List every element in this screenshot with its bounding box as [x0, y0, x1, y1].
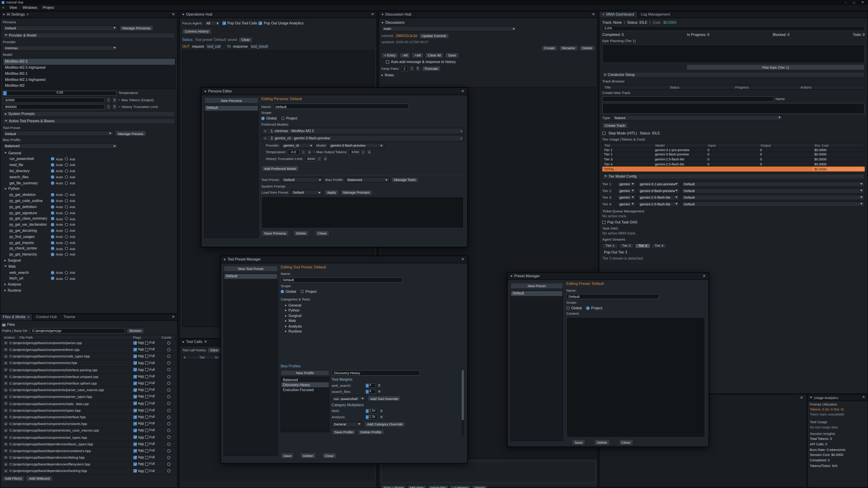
save-profile-button[interactable]: Save Profile — [332, 429, 356, 434]
remove-file-button[interactable]: x — [3, 442, 8, 447]
persona-list-item[interactable]: Default — [205, 106, 258, 111]
manage-tools-button[interactable]: Manage Tools — [391, 177, 418, 183]
close-dialog-button[interactable]: Close — [315, 230, 329, 236]
keep-pairs-input[interactable]: 2 — [401, 66, 408, 71]
reorder-handle[interactable]: ↑ — [263, 136, 268, 141]
tier-preset-select[interactable]: Default — [682, 195, 865, 200]
collapse-icon[interactable] — [3, 14, 5, 15]
add-category-override-button[interactable]: Add Category Override — [364, 421, 405, 427]
add-entry-button[interactable]: + Entry — [381, 53, 398, 58]
scope-project-radio[interactable] — [281, 117, 285, 121]
ask-radio[interactable] — [65, 241, 68, 245]
full-checkbox[interactable] — [145, 435, 148, 439]
agg-checkbox[interactable] — [133, 442, 137, 446]
tool-row[interactable]: web_search Auto Ask — [3, 269, 175, 275]
close-dialog-button[interactable]: Close — [619, 440, 633, 446]
agg-checkbox[interactable] — [133, 456, 137, 459]
new-profile-button[interactable]: New Profile — [281, 370, 330, 376]
increment-button[interactable]: + — [112, 97, 117, 103]
tool-row[interactable]: list_directory Auto Ask — [3, 168, 175, 174]
browse-button[interactable]: Browse — [127, 328, 144, 334]
full-checkbox[interactable] — [145, 375, 148, 379]
plus-all-button[interactable]: +All — [412, 53, 424, 58]
agg-checkbox[interactable] — [133, 416, 137, 419]
full-checkbox[interactable] — [145, 469, 148, 473]
panel-menu-icon[interactable]: ≡ — [26, 12, 29, 17]
agg-checkbox[interactable] — [133, 348, 137, 351]
cache-indicator[interactable] — [167, 375, 170, 379]
provider-model-section[interactable]: Provider & Model — [3, 33, 175, 38]
history-limit-input[interactable]: 900000 — [3, 104, 105, 109]
agg-checkbox[interactable] — [133, 375, 137, 379]
track-name-input[interactable] — [602, 96, 774, 102]
add-tool-override-button[interactable]: Add Tool Override — [368, 396, 401, 401]
pe-tool-preset-select[interactable]: Default — [281, 177, 323, 183]
message-input[interactable] — [381, 461, 596, 483]
full-checkbox[interactable] — [145, 463, 148, 466]
close-dialog-button[interactable]: Close — [322, 453, 336, 459]
remove-model-icon[interactable]: x — [461, 136, 462, 140]
tool-row[interactable]: py_get_signature Auto Ask — [3, 210, 175, 216]
category-tree-item[interactable]: Surgical — [285, 313, 464, 319]
ask-radio[interactable] — [65, 223, 68, 227]
new-tool-preset-button[interactable]: New Tool Preset — [223, 266, 278, 272]
auto-radio[interactable] — [51, 211, 54, 215]
remove-file-button[interactable]: x — [3, 388, 8, 392]
full-checkbox[interactable] — [145, 402, 148, 405]
remove-file-button[interactable]: x — [3, 341, 8, 345]
tier-preset-select[interactable]: Default — [682, 188, 865, 193]
weight-slider[interactable]: 4 — [365, 383, 375, 388]
agg-checkbox[interactable] — [133, 402, 137, 405]
cache-indicator[interactable] — [167, 361, 170, 365]
tool-row[interactable]: py_get_code_outline Auto Ask — [3, 198, 175, 204]
base-dir-input[interactable]: C:/projects/gencpp — [30, 328, 125, 334]
pop-out-dag-checkbox[interactable] — [602, 221, 606, 224]
agg-checkbox[interactable] — [133, 449, 137, 453]
menu-item[interactable]: View — [9, 5, 17, 10]
step-mode-checkbox[interactable] — [602, 132, 606, 135]
cache-indicator[interactable] — [167, 348, 170, 351]
pe-max-output-input[interactable]: 32000 — [349, 150, 360, 155]
ask-radio[interactable] — [65, 181, 68, 185]
add-preferred-model-button[interactable]: Add Preferred Model — [261, 166, 299, 172]
max-tokens-input[interactable]: 32000 — [3, 97, 105, 103]
tool-row[interactable]: run_powershell Auto Ask — [3, 156, 175, 162]
ask-radio[interactable] — [65, 169, 68, 173]
add-files-button[interactable]: Add File(s) — [2, 476, 25, 481]
tool-row[interactable]: py_get_class_summary Auto Ask — [3, 216, 175, 222]
system-prompt-textarea[interactable] — [261, 197, 464, 229]
persona-editor-titlebar[interactable]: Persona Editor ✕ — [202, 88, 467, 95]
decrement-button[interactable]: - — [106, 97, 111, 103]
remove-file-button[interactable]: x — [3, 395, 8, 399]
weight-slider[interactable]: 4 — [365, 390, 375, 394]
tool-row[interactable]: read_file Auto Ask — [3, 162, 175, 168]
agg-checkbox[interactable] — [133, 469, 137, 473]
file-row[interactable]: x C:/projects/gencpp/base/dependencies/f… — [2, 461, 176, 468]
remove-weight-button[interactable]: x — [377, 383, 381, 388]
tier-stream-tab[interactable]: Tier 1 — [602, 243, 618, 248]
close-icon[interactable]: ✕ — [703, 273, 706, 278]
model-option[interactable]: MiniMax-M2.1 — [3, 70, 175, 76]
multiplier-slider[interactable]: 1.3x — [365, 415, 377, 420]
gen-send-button[interactable]: Gen + Send — [381, 485, 405, 488]
category-tree-item[interactable]: Runtime — [285, 329, 464, 334]
tool-row[interactable]: py_get_hierarchy Auto Ask — [3, 252, 175, 258]
collapse-icon[interactable] — [182, 341, 184, 343]
save-persona-button[interactable]: Save Persona — [261, 230, 289, 236]
close-icon[interactable]: ✕ — [461, 257, 464, 262]
file-row[interactable]: x C:/projects/gencpp/base/components/int… — [2, 380, 176, 387]
close-icon[interactable]: ✕ — [172, 315, 175, 320]
tier-stream-tab[interactable]: Tier 4 — [651, 243, 667, 248]
discussion-select[interactable]: main — [381, 26, 517, 31]
tool-row[interactable]: Runtime Auto Ask — [3, 288, 175, 293]
ask-radio[interactable] — [65, 235, 68, 238]
agg-checkbox[interactable] — [133, 422, 137, 425]
model-option[interactable]: MiniMax-M2.1-highspeed — [3, 76, 175, 83]
pe-bias-select[interactable]: Balanced — [345, 177, 390, 183]
plan-epic-button[interactable]: Plan Epic (Tier 1) — [686, 64, 865, 70]
scope-global-radio[interactable] — [566, 306, 569, 310]
full-checkbox[interactable] — [145, 382, 148, 385]
file-row[interactable]: x C:/projects/gencpp/base/dependencies/b… — [2, 441, 176, 448]
tool-row[interactable]: Python Auto Ask — [3, 186, 175, 192]
comms-history-button[interactable]: Comms History — [182, 29, 212, 34]
